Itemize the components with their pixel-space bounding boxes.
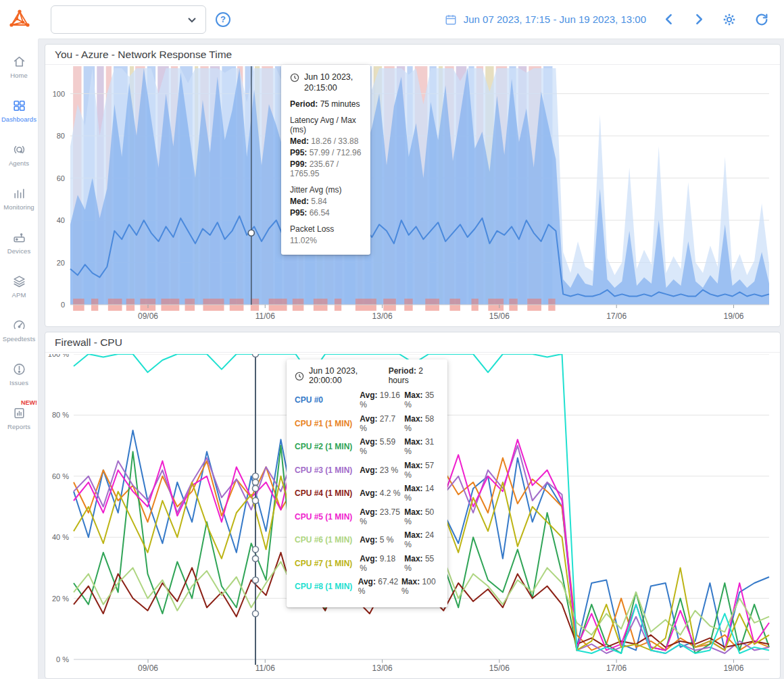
network-response-chart-svg[interactable]: 02040608010009/0611/0613/0615/0617/0619/… [45,66,780,325]
sidebar-item-apm[interactable]: APM [0,268,38,305]
panel-network-response-time: You - Azure - Network Response Time 0204… [45,44,781,327]
sidebar-item-reports[interactable]: NEW!Reports [0,400,38,436]
svg-text:40 %: 40 % [52,533,69,541]
chart1-title: You - Azure - Network Response Time [45,45,780,65]
clock-icon [290,73,299,82]
gear-icon [722,12,737,27]
svg-text:11/06: 11/06 [255,311,275,321]
svg-text:19/06: 19/06 [723,663,743,673]
logo-icon [8,8,31,31]
prev-period-button[interactable] [664,14,675,25]
speedtests-icon [12,318,26,332]
new-badge: NEW! [21,399,37,406]
svg-text:17/06: 17/06 [606,311,627,321]
svg-text:13/06: 13/06 [372,663,393,673]
sidebar-item-dashboards[interactable]: Dashboards [0,93,38,129]
sidebar-item-label: Devices [7,247,31,255]
app-logo[interactable] [0,0,39,39]
tooltip-section: Jitter Avg (ms)Med: 5.84P95: 66.54 [290,185,362,218]
sidebar-item-label: Dashboards [1,116,36,123]
cpu-tooltip-row: CPU #6 (1 MIN)Avg: 5 %Max: 24 % [295,530,439,549]
sidebar-item-label: Speedtests [3,335,36,343]
svg-text:09/06: 09/06 [138,311,158,321]
svg-text:17/06: 17/06 [606,663,627,673]
sidebar-item-issues[interactable]: Issues [0,356,38,393]
apm-icon [12,274,26,288]
cpu-tooltip-row: CPU #4 (1 MIN)Avg: 4.2 %Max: 14 % [295,484,439,503]
agents-icon [12,143,26,157]
clock-icon [295,372,304,381]
tooltip-time: Jun 10 2023, 20:15:00 [304,72,362,93]
svg-text:15/06: 15/06 [489,311,510,321]
sidebar-item-home[interactable]: Home [0,49,38,85]
svg-text:0: 0 [61,301,65,309]
devices-icon [12,230,26,245]
date-range-label: Jun 07 2023, 17:15 - Jun 19 2023, 13:00 [464,14,646,25]
svg-text:100: 100 [53,90,65,98]
svg-text:13/06: 13/06 [372,311,393,321]
sidebar-item-label: APM [12,291,26,299]
sidebar-item-label: Home [10,72,28,79]
svg-text:80: 80 [57,132,65,140]
sidebar: HomeDashboardsAgentsMonitoringDevicesAPM… [0,39,39,679]
next-period-button[interactable] [693,14,704,25]
cpu-tooltip-row: CPU #2 (1 MIN)Avg: 5.59 %Max: 31 % [295,437,439,456]
tooltip-time: Jun 10 2023, 20:00:00 [309,366,384,385]
svg-text:0 %: 0 % [56,655,69,663]
sidebar-item-agents[interactable]: Agents [0,136,38,173]
svg-text:09/06: 09/06 [138,663,158,673]
sidebar-item-label: Issues [9,379,28,386]
chart1-tooltip: Jun 10 2023, 20:15:00 Period: 75 minutes… [281,65,370,255]
svg-text:100 %: 100 % [48,354,69,358]
sidebar-item-label: Agents [9,159,29,167]
monitoring-icon [12,186,26,201]
chevron-down-icon [187,14,197,25]
cpu-tooltip-row: CPU #3 (1 MIN)Avg: 23 %Max: 57 % [295,461,439,480]
chart2-title: Firewall - CPU [45,332,780,353]
chevron-right-icon [693,14,704,25]
chart2-tooltip: Jun 10 2023, 20:00:00 Period: 2 hours CP… [287,359,447,607]
main-content: You - Azure - Network Response Time 0204… [39,39,784,679]
chart1-area[interactable]: 02040608010009/0611/0613/0615/0617/0619/… [45,65,780,326]
panel-firewall-cpu: Firewall - CPU 0 %20 %40 %60 %80 %100 %0… [45,332,781,679]
svg-text:20 %: 20 % [52,595,69,603]
calendar-icon [445,14,457,26]
refresh-icon [754,12,769,27]
cpu-tooltip-row: CPU #5 (1 MIN)Avg: 23.75 %Max: 50 % [295,507,439,526]
svg-text:20: 20 [57,259,65,267]
cpu-tooltip-row: CPU #0Avg: 19.16 %Max: 35 % [295,391,439,409]
svg-text:40: 40 [57,216,65,224]
sidebar-item-speedtests[interactable]: Speedtests [0,312,38,349]
svg-text:11/06: 11/06 [255,663,275,673]
dashboards-icon [12,99,26,113]
dashboard-select[interactable] [51,5,206,34]
svg-text:60: 60 [57,174,65,182]
issues-icon [12,362,26,376]
date-range-picker[interactable]: Jun 07 2023, 17:15 - Jun 19 2023, 13:00 [445,14,646,26]
svg-text:80 %: 80 % [52,411,69,419]
home-icon [12,55,26,69]
cpu-tooltip-row: CPU #7 (1 MIN)Avg: 9.18 %Max: 55 % [295,554,439,573]
sidebar-item-devices[interactable]: Devices [0,224,38,261]
cpu-tooltip-row: CPU #1 (1 MIN)Avg: 27.7 %Max: 58 % [295,414,439,433]
sidebar-item-label: Reports [7,423,30,430]
cpu-tooltip-row: CPU #8 (1 MIN)Avg: 67.42 %Max: 100 % [295,577,439,596]
svg-text:60 %: 60 % [52,472,69,480]
reports-icon [12,406,26,420]
svg-text:19/06: 19/06 [723,311,743,321]
sidebar-item-label: Monitoring [3,203,34,211]
settings-button[interactable] [722,12,737,27]
help-icon[interactable]: ? [216,12,230,27]
refresh-button[interactable] [754,12,769,27]
chevron-left-icon [664,14,675,25]
tooltip-section: Latency Avg / Max (ms)Med: 18.26 / 33.88… [290,116,362,178]
top-bar: ? Jun 07 2023, 17:15 - Jun 19 2023, 13:0… [39,0,784,39]
tooltip-section: Packet Loss11.02% [290,224,362,245]
sidebar-item-monitoring[interactable]: Monitoring [0,180,38,217]
svg-text:15/06: 15/06 [489,663,510,673]
